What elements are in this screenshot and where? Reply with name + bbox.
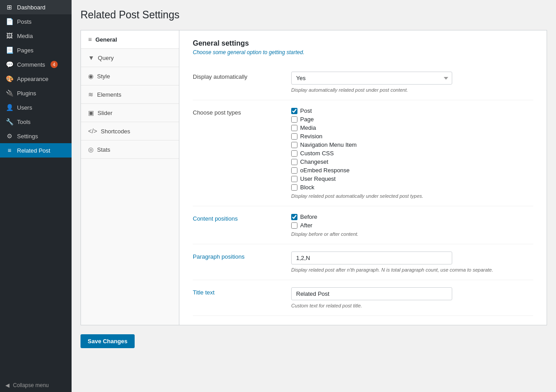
sidebar-item-dashboard[interactable]: ⊞ Dashboard: [0, 0, 72, 14]
list-item[interactable]: Post: [291, 107, 533, 114]
post-type-changeset-label: Changeset: [300, 158, 328, 165]
post-type-page-label: Page: [300, 116, 314, 123]
users-icon: 👤: [5, 104, 13, 111]
post-type-block-checkbox[interactable]: [291, 184, 297, 191]
nav-item-general[interactable]: ≡ General: [81, 30, 179, 49]
sidebar-item-users[interactable]: 👤 Users: [0, 100, 72, 115]
post-type-custom-css-label: Custom CSS: [300, 150, 334, 157]
post-types-checkbox-group: Post Page Media Revision: [291, 107, 533, 191]
post-type-user-request-checkbox[interactable]: [291, 176, 297, 182]
nav-item-style[interactable]: ◉ Style: [81, 67, 179, 85]
post-type-media-label: Media: [300, 124, 316, 131]
sidebar-item-posts[interactable]: 📄 Posts: [0, 14, 72, 29]
sidebar-item-label: Tools: [17, 119, 30, 125]
query-nav-icon: ▼: [88, 54, 94, 61]
content-position-after-checkbox[interactable]: [291, 222, 297, 229]
nav-item-stats[interactable]: ◎ Stats: [81, 141, 179, 159]
sidebar-item-label: Media: [17, 33, 33, 39]
sidebar-item-comments[interactable]: 💬 Comments 4: [0, 57, 72, 72]
nav-item-label: Shortcodes: [101, 128, 130, 135]
post-type-oembed-label: oEmbed Response: [300, 167, 350, 174]
sidebar-item-label: Related Post: [17, 147, 50, 154]
save-changes-button[interactable]: Save Changes: [81, 334, 135, 348]
sidebar-item-label: Settings: [17, 133, 38, 140]
stats-nav-icon: ◎: [88, 146, 93, 153]
content-position-before-label: Before: [300, 213, 317, 220]
settings-container: ≡ General ▼ Query ◉ Style ≋ Elements ▣ S…: [81, 30, 547, 325]
post-type-changeset-checkbox[interactable]: [291, 159, 297, 165]
main-content: Related Post Settings ≡ General ▼ Query …: [72, 0, 556, 392]
content-positions-checkbox-group: Before After: [291, 213, 533, 229]
paragraph-positions-control: Display related post after n'th paragrap…: [291, 251, 533, 273]
list-item[interactable]: Changeset: [291, 158, 533, 165]
sidebar-item-plugins[interactable]: 🔌 Plugins: [0, 86, 72, 100]
list-item[interactable]: User Request: [291, 175, 533, 182]
post-type-revision-checkbox[interactable]: [291, 133, 297, 140]
sidebar: ⊞ Dashboard 📄 Posts 🖼 Media 📃 Pages 💬 Co…: [0, 0, 72, 392]
dashboard-icon: ⊞: [5, 4, 13, 11]
post-type-nav-menu-item-label: Navigation Menu Item: [300, 141, 357, 148]
sidebar-item-label: Dashboard: [17, 4, 46, 11]
display-automatically-label: Display automatically: [193, 72, 291, 80]
sidebar-item-media[interactable]: 🖼 Media: [0, 29, 72, 43]
list-item[interactable]: Before: [291, 213, 533, 220]
sidebar-item-settings[interactable]: ⚙ Settings: [0, 129, 72, 143]
list-item[interactable]: Navigation Menu Item: [291, 141, 533, 148]
sidebar-item-tools[interactable]: 🔧 Tools: [0, 115, 72, 129]
section-title: General settings: [193, 39, 533, 47]
nav-item-elements[interactable]: ≋ Elements: [81, 85, 179, 104]
sidebar-item-pages[interactable]: 📃 Pages: [0, 43, 72, 57]
post-type-nav-menu-item-checkbox[interactable]: [291, 142, 297, 148]
post-type-oembed-checkbox[interactable]: [291, 167, 297, 174]
list-item[interactable]: Media: [291, 124, 533, 131]
elements-nav-icon: ≋: [88, 91, 93, 98]
list-item[interactable]: Page: [291, 116, 533, 123]
post-type-post-label: Post: [300, 107, 312, 114]
general-nav-icon: ≡: [88, 36, 92, 43]
list-item[interactable]: Block: [291, 184, 533, 191]
posts-icon: 📄: [5, 18, 13, 25]
nav-item-slider[interactable]: ▣ Slider: [81, 104, 179, 122]
post-type-custom-css-checkbox[interactable]: [291, 150, 297, 157]
post-type-page-checkbox[interactable]: [291, 116, 297, 123]
list-item[interactable]: Custom CSS: [291, 150, 533, 157]
paragraph-positions-input[interactable]: [291, 251, 452, 264]
nav-item-query[interactable]: ▼ Query: [81, 49, 179, 67]
tools-icon: 🔧: [5, 118, 13, 125]
choose-post-types-label: Choose post types: [193, 107, 291, 116]
content-position-before-checkbox[interactable]: [291, 214, 297, 220]
nav-item-label: Query: [98, 55, 114, 61]
plugins-icon: 🔌: [5, 89, 13, 97]
collapse-menu-button[interactable]: ◀ Collapse menu: [0, 379, 72, 392]
related-post-icon: ≡: [5, 147, 13, 154]
shortcodes-nav-icon: </>: [88, 128, 97, 135]
nav-item-shortcodes[interactable]: </> Shortcodes: [81, 122, 179, 141]
comments-badge: 4: [51, 61, 58, 68]
sidebar-item-related-post[interactable]: ≡ Related Post: [0, 143, 72, 158]
nav-item-label: Elements: [97, 91, 121, 98]
post-type-post-checkbox[interactable]: [291, 108, 297, 114]
display-automatically-row: Display automatically Yes No Display aut…: [193, 64, 533, 100]
title-text-row: Title text Custom text for related post …: [193, 280, 533, 316]
style-nav-icon: ◉: [88, 72, 93, 80]
section-subtitle: Choose some general option to getting st…: [193, 49, 533, 55]
post-type-media-checkbox[interactable]: [291, 125, 297, 131]
title-text-input[interactable]: [291, 287, 452, 300]
display-automatically-control: Yes No Display automatically related pos…: [291, 72, 533, 93]
settings-nav: ≡ General ▼ Query ◉ Style ≋ Elements ▣ S…: [81, 30, 179, 325]
content-position-after-label: After: [300, 222, 312, 229]
display-automatically-select[interactable]: Yes No: [291, 72, 452, 85]
display-automatically-help: Display automatically related post under…: [291, 87, 533, 93]
choose-post-types-help: Display related post automatically under…: [291, 193, 533, 199]
list-item[interactable]: After: [291, 222, 533, 229]
nav-item-label: Stats: [97, 146, 110, 153]
post-type-user-request-label: User Request: [300, 175, 335, 182]
post-type-revision-label: Revision: [300, 133, 323, 140]
list-item[interactable]: oEmbed Response: [291, 167, 533, 174]
sidebar-item-label: Plugins: [17, 90, 36, 97]
list-item[interactable]: Revision: [291, 133, 533, 140]
comments-icon: 💬: [5, 61, 13, 68]
sidebar-item-label: Pages: [17, 47, 34, 54]
sidebar-item-appearance[interactable]: 🎨 Appearance: [0, 72, 72, 86]
collapse-icon: ◀: [5, 382, 9, 388]
